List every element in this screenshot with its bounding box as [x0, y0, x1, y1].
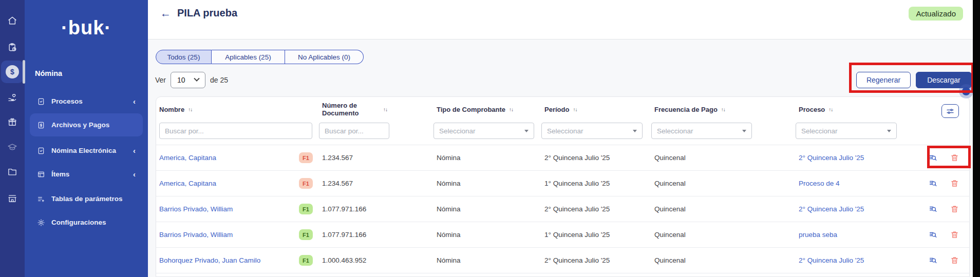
delete-trash-icon[interactable] — [950, 179, 959, 188]
nombre-filter-input[interactable] — [159, 123, 312, 139]
delete-trash-icon[interactable] — [950, 256, 959, 265]
table-row: Barrios Privado, WilliamF1 1.077.971.166… — [156, 222, 969, 247]
frecuencia-value: Quincenal — [651, 205, 796, 213]
sidebar-section-label: Nómina — [35, 69, 62, 77]
column-header-periodo[interactable]: Período↑↓ — [541, 106, 651, 114]
sidebar-item-configuraciones[interactable]: Configuraciones — [30, 211, 143, 234]
column-header-proceso[interactable]: Proceso↑↓ — [796, 106, 900, 114]
documents-folder-icon[interactable] — [0, 167, 25, 177]
marketplace-store-icon[interactable] — [0, 193, 25, 204]
sidebar-item-procesos[interactable]: Procesos ‹ — [30, 90, 143, 113]
benefits-hand-heart-icon[interactable] — [0, 92, 25, 103]
document-number: 1.234.567 — [319, 154, 434, 162]
periodo-value: 1° Quincena Julio '25 — [541, 231, 651, 239]
chevron-left-icon[interactable]: ‹ — [133, 146, 136, 155]
employee-name-link[interactable]: America, Capitana — [159, 180, 216, 187]
tab-no-aplicables[interactable]: No Aplicables (0) — [285, 50, 364, 64]
sidebar-panel: ·buk· Nómina Procesos ‹ Archivos y Pagos… — [25, 0, 148, 277]
home-icon[interactable] — [0, 15, 25, 26]
proceso-link[interactable]: 2° Quincena Julio '25 — [799, 205, 864, 213]
proceso-link[interactable]: prueba seba — [799, 231, 837, 239]
sidebar-item-label: Configuraciones — [51, 219, 106, 226]
caret-down-icon — [742, 130, 746, 132]
page-size-value: 10 — [177, 76, 185, 84]
preview-search-icon[interactable] — [929, 256, 938, 265]
delete-trash-icon[interactable] — [950, 205, 959, 213]
comprobante-type: Nómina — [434, 256, 541, 264]
sort-icon[interactable]: ↑↓ — [509, 107, 513, 113]
status-badge: Actualizado — [909, 7, 963, 21]
tab-group: Todos (25) Aplicables (25) No Aplicables… — [156, 50, 364, 64]
sidebar-item-label: Archivos y Pagos — [51, 121, 109, 129]
sort-icon[interactable]: ↑↓ — [573, 107, 577, 113]
periodo-filter-select[interactable]: Seleccionar — [541, 123, 643, 139]
dollar-glyph: $ — [10, 68, 14, 76]
rail-scrollbar-thumb[interactable] — [23, 60, 25, 84]
descargar-button[interactable]: Descargar — [916, 72, 972, 88]
sidebar-item-tablas-de-parametros[interactable]: Tablas de parámetros — [30, 187, 143, 210]
notification-dot — [962, 87, 970, 95]
frecuencia-value: Quincenal — [651, 256, 796, 264]
column-settings-button[interactable] — [941, 104, 959, 118]
gift-icon[interactable] — [0, 117, 25, 127]
employee-name-link[interactable]: Barrios Privado, William — [159, 231, 233, 239]
top-bar — [148, 0, 980, 39]
tab-todos[interactable]: Todos (25) — [156, 50, 212, 64]
page-size-control: Ver 10 de 25 — [155, 72, 228, 88]
comprobante-type: Nómina — [434, 154, 541, 162]
education-cap-icon[interactable] — [0, 142, 25, 152]
chevron-down-icon — [194, 76, 199, 82]
proceso-link[interactable]: 2° Quincena Julio '25 — [799, 154, 864, 162]
payroll-dollar-icon[interactable]: $ — [6, 65, 19, 78]
column-header-nombre[interactable]: Nombre↑↓ — [156, 106, 319, 114]
page-title: PILA prueba — [177, 7, 237, 19]
sidebar-item-items[interactable]: Ítems ‹ — [30, 163, 143, 186]
caret-down-icon — [887, 130, 891, 132]
sidebar-item-archivos-y-pagos[interactable]: Archivos y Pagos — [30, 113, 143, 136]
tab-aplicables[interactable]: Aplicables (25) — [212, 50, 285, 64]
proceso-link[interactable]: Proceso de 4 — [799, 180, 840, 187]
documento-filter-input[interactable] — [319, 123, 389, 139]
schedule-clipboard-icon[interactable] — [0, 42, 25, 52]
preview-search-icon[interactable] — [929, 230, 938, 240]
table-row: Bohorquez Privado, Juan CamiloF1 1.000.4… — [156, 247, 969, 273]
regenerar-button[interactable]: Regenerar — [856, 72, 911, 88]
sidebar-item-label: Tablas de parámetros — [51, 195, 123, 203]
periodo-value: 2° Quincena Julio '25 — [541, 256, 651, 264]
chevron-left-icon[interactable]: ‹ — [133, 97, 136, 106]
tipo-comprobante-filter-select[interactable]: Seleccionar — [434, 123, 534, 139]
column-header-frecuencia-pago[interactable]: Frecuencia de Pago↑↓ — [651, 106, 796, 114]
chevron-left-icon[interactable]: ‹ — [133, 170, 136, 179]
table-card: Nombre↑↓ Número de Documento↑↓ Tipo de C… — [156, 96, 970, 277]
sort-icon[interactable]: ↑↓ — [828, 107, 833, 113]
frecuencia-filter-select[interactable]: Seleccionar — [651, 123, 752, 139]
periodo-value: 1° Quincena Julio '25 — [541, 180, 651, 187]
page-size-select[interactable]: 10 — [171, 72, 205, 88]
employee-name-link[interactable]: America, Capitana — [159, 154, 216, 162]
preview-search-icon[interactable] — [929, 179, 938, 188]
frecuencia-value: Quincenal — [651, 231, 796, 239]
sort-icon[interactable]: ↑↓ — [188, 107, 192, 113]
sort-icon[interactable]: ↑↓ — [721, 107, 725, 113]
comprobante-type: Nómina — [434, 231, 541, 239]
preview-search-icon[interactable] — [929, 153, 938, 163]
preview-search-icon[interactable] — [929, 205, 938, 214]
delete-trash-icon[interactable] — [950, 153, 959, 162]
table-row: America, CapitanaF1 1.234.567 Nómina 2° … — [156, 145, 969, 170]
proceso-link[interactable]: 2° Quincena Julio '25 — [799, 256, 864, 264]
doc-check-icon — [37, 97, 45, 106]
sort-icon[interactable]: ↑↓ — [383, 107, 387, 113]
employee-name-link[interactable]: Barrios Privado, William — [159, 205, 233, 213]
frecuencia-value: Quincenal — [651, 180, 796, 187]
column-header-numero-documento[interactable]: Número de Documento↑↓ — [319, 102, 434, 117]
proceso-filter-select[interactable]: Seleccionar — [796, 123, 897, 139]
delete-trash-icon[interactable] — [950, 230, 959, 239]
sidebar-item-label: Nómina Electrónica — [51, 147, 116, 154]
page-size-label-before: Ver — [155, 76, 166, 84]
sidebar-item-nomina-electronica[interactable]: Nómina Electrónica ‹ — [30, 139, 143, 162]
back-arrow-icon[interactable]: ← — [160, 7, 171, 19]
table-filter-row: Seleccionar Seleccionar Seleccionar Sele… — [156, 123, 969, 145]
employee-name-link[interactable]: Bohorquez Privado, Juan Camilo — [159, 256, 260, 264]
column-header-tipo-comprobante[interactable]: Tipo de Comprobante↑↓ — [434, 106, 541, 114]
table-row: America, CapitanaF1 1.234.567 Nómina 1° … — [156, 170, 969, 196]
